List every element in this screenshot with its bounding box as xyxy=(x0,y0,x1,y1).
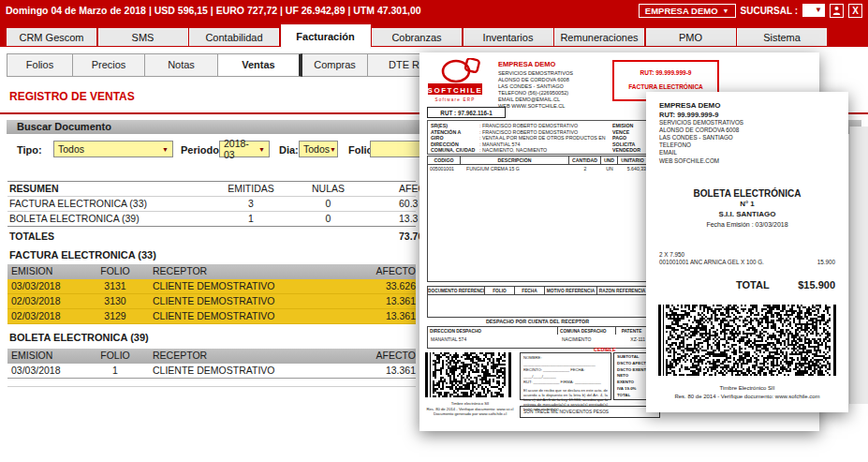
header-afecto: AFECTO xyxy=(331,350,416,361)
chevron-down-icon: ▼ xyxy=(162,146,169,153)
boleta-items-block: 2 X 7.950 001001001 ANC ARNICA GEL X 100… xyxy=(659,251,835,266)
issuer-line: ALONSO DE CORDOVA 6008 xyxy=(498,77,611,83)
factura-row[interactable]: 03/03/2018 3131 CLIENTE DEMOSTRATIVO 33.… xyxy=(7,279,416,294)
boleta-issuer-block: EMPRESA DEMO RUT: 99.999.999-9 SERVICIOS… xyxy=(659,101,835,165)
softchile-logo: SOFTCHILE Software ERP xyxy=(427,58,491,105)
periodo-select-value: 2018-03 xyxy=(224,138,258,160)
dia-label: Dia: xyxy=(279,144,299,156)
tab-facturacion[interactable]: Facturación xyxy=(281,24,371,49)
boleta-sii-office: S.I.I. SANTIAGO xyxy=(659,209,835,219)
tipo-label: Tipo: xyxy=(17,144,42,156)
tab-remuneraciones[interactable]: Remuneraciones xyxy=(554,28,644,46)
issuer-line: LAS CONDES - SANTIAGO xyxy=(498,83,611,90)
boleta-row[interactable]: 03/03/2018 1 CLIENTE DEMOSTRATIVO 13.361 xyxy=(7,364,416,379)
issuer-line: SERVICIOS DEMOSTRATIVOS xyxy=(498,70,611,77)
client-value: : NACIMIENTO, NACIMIENTO xyxy=(479,147,547,153)
divider xyxy=(7,386,416,387)
ref-header: FOLIO xyxy=(485,286,515,295)
ref-header: RAZON REFERENCIA xyxy=(597,286,648,295)
issuer-line: ALONSO DE CORDOVA 6008 xyxy=(659,127,835,134)
tab-crm-gescom[interactable]: CRM Gescom xyxy=(7,28,96,46)
resumen-row-factura[interactable]: FACTURA ELECTRONICA (33) 3 0 60.3 xyxy=(7,197,416,212)
timbre-line: Documento generado por www.softchile.cl xyxy=(421,411,519,417)
boleta-number: N° 1 xyxy=(659,199,835,209)
tab-sms[interactable]: SMS xyxy=(98,28,188,46)
despacho-comuna: NACIMIENTO xyxy=(562,336,591,342)
issuer-line: WEB SOFCHILE.COM xyxy=(659,157,835,165)
periodo-select[interactable]: 2018-03 ▼ xyxy=(219,141,270,157)
cell-afecto: 13.361 xyxy=(331,295,416,306)
cell-nulas: 0 xyxy=(284,213,373,224)
item-name: 001001001 ANC ARNICA GEL X 100 G. xyxy=(659,259,764,265)
acuse-line: RECINTO: ____________ FECHA: ____/____/_… xyxy=(523,367,608,380)
amount-in-words-box: SON TRECE MIL NOVECIENTOS PESOS xyxy=(520,406,660,418)
item-value: 15.900 xyxy=(817,258,835,266)
client-label: COMUNA, CIUDAD xyxy=(431,147,479,154)
dia-select[interactable]: Todos ▼ xyxy=(299,141,338,157)
tab-contabilidad[interactable]: Contabilidad xyxy=(189,28,279,46)
subtab-ventas[interactable]: Ventas xyxy=(218,53,302,77)
cell-folio: 3129 xyxy=(96,310,134,321)
cell-afecto: 13.361 xyxy=(331,310,416,321)
chevron-down-icon: ▼ xyxy=(723,7,729,14)
tab-inventarios[interactable]: Inventarios xyxy=(463,28,553,46)
boleta-fecha-emision: Fecha Emisión : 03/03/2018 xyxy=(659,219,835,230)
cell-receptor: CLIENTE DEMOSTRATIVO xyxy=(153,365,275,376)
header-folio: FOLIO xyxy=(96,265,134,276)
subtab-folios[interactable]: Folios xyxy=(7,53,73,77)
items-header-codigo: CODIGO xyxy=(427,156,461,165)
cell-afecto: 60.3 xyxy=(399,198,418,209)
periodo-label: Periodo: xyxy=(181,144,223,156)
tipo-select[interactable]: Todos ▼ xyxy=(53,141,173,157)
sucursal-dropdown[interactable]: ▼ xyxy=(802,4,825,17)
subtab-notas[interactable]: Notas xyxy=(145,53,218,77)
total-value: $15.900 xyxy=(798,279,835,291)
subtab-precios[interactable]: Precios xyxy=(73,53,145,77)
close-button[interactable]: X xyxy=(848,4,862,18)
cell-receptor: CLIENTE DEMOSTRATIVO xyxy=(153,310,275,321)
factura-table-header: EMISION FOLIO RECEPTOR AFECTO xyxy=(7,264,416,279)
reference-table-header: DOCUMENTO REFERENCIA FOLIO FECHA MOTIVO … xyxy=(427,286,648,295)
tab-cobranzas[interactable]: Cobranzas xyxy=(372,28,462,46)
user-button[interactable] xyxy=(830,4,844,18)
client-value: : VENTA AL POR MENOR DE OTROS PRODUCTOS … xyxy=(479,135,606,141)
item-descripcion: FUNGIUM CREMA 15 G xyxy=(466,166,520,171)
issuer-line: LAS CONDES - SANTIAGO xyxy=(659,134,835,142)
dia-select-value: Todos xyxy=(303,143,330,155)
receiver-rut-box: RUT : 97.962.116-1 xyxy=(427,107,506,118)
app-window: Domingo 04 de Marzo de 2018 | USD 596,15… xyxy=(0,0,868,462)
resumen-header-nulas: NULAS xyxy=(284,183,373,194)
client-value: : MANANTIAL 574 xyxy=(479,142,520,147)
factura-timbre-caption: Timbre electrónico SII Res. 80 de 2014 -… xyxy=(421,401,519,417)
items-header-descripcion: DESCRIPCIÓN xyxy=(461,156,569,165)
resumen-row-boleta[interactable]: BOLETA ELECTRONICA (39) 1 0 13.3 xyxy=(7,212,416,227)
acuse-line: NOMBRE: ________________________________… xyxy=(523,355,608,367)
empresa-dropdown-label: EMPRESA DEMO xyxy=(645,6,718,16)
boleta-document-preview[interactable]: EMPRESA DEMO RUT: 99.999.999-9 SERVICIOS… xyxy=(646,92,848,412)
cell-nulas: 0 xyxy=(284,198,373,209)
top-bar-controls: EMPRESA DEMO ▼ SUCURSAL : ▼ X xyxy=(639,4,862,18)
ref-header: MOTIVO REFERENCIA xyxy=(545,286,597,295)
cell-receptor: CLIENTE DEMOSTRATIVO xyxy=(153,295,275,306)
item-unitario: 5.640,33 xyxy=(618,166,646,171)
vertical-scrollbar[interactable] xyxy=(849,127,868,404)
factura-timbre-barcode xyxy=(425,352,511,397)
cell-afecto: 13.3 xyxy=(399,213,418,224)
cell-folio: 1 xyxy=(96,365,134,376)
header-emision: EMISION xyxy=(11,350,52,361)
factura-row[interactable]: 02/03/2018 3129 CLIENTE DEMOSTRATIVO 13.… xyxy=(7,309,416,324)
header-afecto: AFECTO xyxy=(331,265,416,276)
cell-name: FACTURA ELECTRONICA (33) xyxy=(9,198,147,209)
subtab-compras[interactable]: Compras xyxy=(302,53,368,77)
cell-emision: 02/03/2018 xyxy=(11,310,61,321)
factura-row[interactable]: 02/03/2018 3130 CLIENTE DEMOSTRATIVO 13.… xyxy=(7,294,416,309)
item-qty-line: 2 X 7.950 xyxy=(659,251,835,258)
despacho-direccion: MANANTIAL 574 xyxy=(431,336,466,342)
tipo-select-value: Todos xyxy=(58,143,84,155)
tab-pmo[interactable]: PMO xyxy=(646,28,736,46)
cell-emision: 02/03/2018 xyxy=(11,295,61,306)
tab-sistema[interactable]: Sistema xyxy=(737,28,827,46)
items-header-unitario: UNITARIO xyxy=(618,156,648,165)
top-status-bar: Domingo 04 de Marzo de 2018 | USD 596,15… xyxy=(0,0,868,21)
empresa-dropdown[interactable]: EMPRESA DEMO ▼ xyxy=(639,4,736,18)
